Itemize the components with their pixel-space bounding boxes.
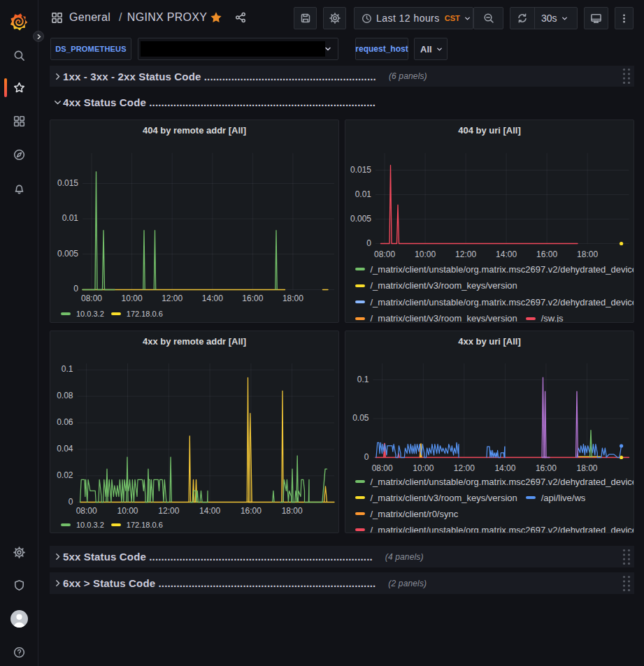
svg-text:0: 0	[366, 238, 371, 248]
svg-text:14:00: 14:00	[494, 463, 515, 473]
svg-text:16:00: 16:00	[241, 506, 262, 516]
svg-text:18:00: 18:00	[282, 506, 303, 516]
svg-text:10:00: 10:00	[413, 463, 434, 473]
svg-text:0.08: 0.08	[57, 391, 73, 400]
svg-text:12:00: 12:00	[158, 506, 179, 516]
svg-text:0.06: 0.06	[57, 417, 73, 427]
svg-text:0.015: 0.015	[350, 165, 371, 175]
svg-text:10:00: 10:00	[122, 294, 143, 303]
svg-text:18:00: 18:00	[282, 294, 303, 303]
svg-text:10:00: 10:00	[415, 249, 436, 259]
svg-text:14:00: 14:00	[199, 506, 220, 516]
svg-text:12:00: 12:00	[454, 463, 475, 473]
svg-text:12:00: 12:00	[162, 294, 183, 303]
svg-text:16:00: 16:00	[242, 294, 263, 303]
svg-text:0.005: 0.005	[350, 214, 371, 224]
svg-text:0.02: 0.02	[57, 470, 73, 480]
svg-text:0.01: 0.01	[62, 213, 79, 223]
svg-text:0.04: 0.04	[57, 444, 73, 454]
svg-text:16:00: 16:00	[536, 249, 557, 259]
svg-text:10:00: 10:00	[117, 506, 138, 516]
svg-text:16:00: 16:00	[536, 463, 557, 473]
svg-text:18:00: 18:00	[576, 463, 597, 473]
svg-text:0.01: 0.01	[355, 189, 372, 199]
svg-text:0: 0	[364, 452, 369, 462]
svg-text:0: 0	[73, 284, 78, 294]
svg-text:0.015: 0.015	[57, 178, 78, 188]
svg-text:08:00: 08:00	[81, 294, 102, 303]
svg-text:14:00: 14:00	[202, 294, 223, 303]
svg-text:14:00: 14:00	[496, 249, 517, 259]
svg-text:18:00: 18:00	[577, 249, 598, 259]
svg-text:08:00: 08:00	[374, 249, 395, 259]
svg-text:0: 0	[69, 497, 73, 507]
svg-text:0.005: 0.005	[57, 249, 78, 259]
svg-text:0.1: 0.1	[357, 375, 369, 384]
svg-text:0.1: 0.1	[62, 364, 73, 374]
svg-text:0.05: 0.05	[352, 413, 369, 423]
svg-text:08:00: 08:00	[372, 463, 393, 473]
svg-text:12:00: 12:00	[455, 249, 476, 259]
svg-text:08:00: 08:00	[76, 506, 97, 516]
